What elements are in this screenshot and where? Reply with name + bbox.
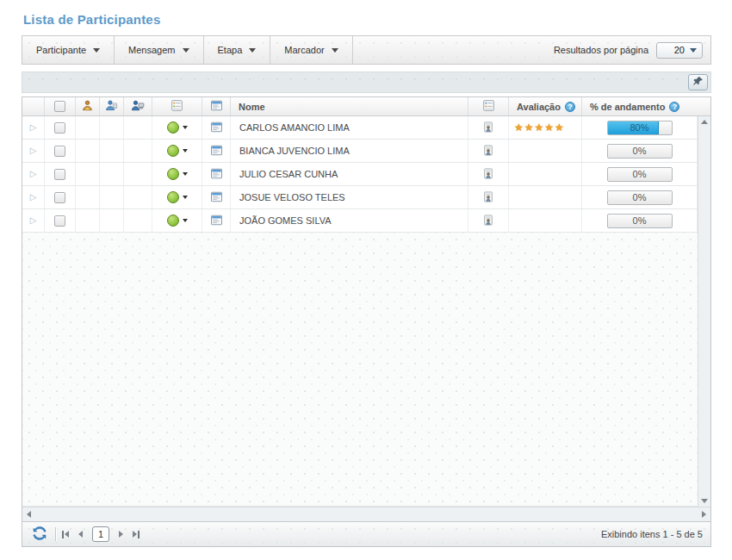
status-cell <box>152 186 202 208</box>
person-document-icon[interactable] <box>482 167 494 182</box>
pin-button[interactable] <box>688 74 708 90</box>
expand-arrow-icon: ▷ <box>30 193 37 202</box>
participant-type-cell <box>76 186 100 208</box>
table-row[interactable]: ▷ BIANCA JUVENCIO LIMA <box>22 140 698 163</box>
person-document-icon[interactable] <box>482 144 494 159</box>
row-expand-cell[interactable]: ▷ <box>22 116 45 139</box>
status-column-header[interactable] <box>152 97 202 115</box>
profile-column-header[interactable] <box>202 97 231 115</box>
previous-page-button[interactable] <box>78 526 83 543</box>
row-expand-cell[interactable]: ▷ <box>22 140 45 162</box>
expand-arrow-icon: ▷ <box>30 123 37 132</box>
person-document-icon[interactable] <box>482 214 494 228</box>
chevron-down-icon[interactable] <box>183 126 188 129</box>
person-document-icon[interactable] <box>482 190 494 205</box>
avaliacao-column-header[interactable]: Avaliação ? <box>509 97 582 115</box>
window-icon[interactable] <box>210 214 223 228</box>
chevron-down-icon[interactable] <box>183 196 188 199</box>
status-indicator[interactable] <box>167 121 179 134</box>
chevron-down-icon[interactable] <box>183 219 188 222</box>
record-column-header[interactable] <box>468 97 509 115</box>
table-row[interactable]: ▷ JOÃO GOMES SILVA 0% <box>22 209 698 233</box>
help-icon[interactable]: ? <box>565 102 575 112</box>
progress-label: 80% <box>608 122 672 133</box>
row-checkbox[interactable] <box>54 146 65 157</box>
tutor-cell <box>100 209 124 232</box>
horizontal-scrollbar[interactable] <box>22 507 710 521</box>
record-cell <box>468 209 509 232</box>
items-range-status: Exibindo itens 1 - 5 de 5 <box>601 529 703 539</box>
status-indicator[interactable] <box>167 215 179 227</box>
table-row[interactable]: ▷ JOSUE VELOSO TELES 0% <box>22 186 698 209</box>
row-checkbox[interactable] <box>54 192 65 203</box>
row-checkbox[interactable] <box>54 122 65 134</box>
progress-cell: 80% <box>582 116 698 139</box>
etapa-menu-button[interactable]: Etapa <box>204 36 271 64</box>
results-per-page-select[interactable]: 20 <box>656 42 703 59</box>
participante-menu-label: Participante <box>36 45 86 55</box>
record-cell <box>468 186 509 208</box>
row-expand-cell[interactable]: ▷ <box>22 163 45 185</box>
refresh-icon <box>33 526 47 542</box>
participante-menu-button[interactable]: Participante <box>22 36 115 64</box>
marcador-menu-button[interactable]: Marcador <box>270 36 352 64</box>
nome-column-header[interactable]: Nome <box>231 97 468 115</box>
help-icon[interactable]: ? <box>669 102 679 112</box>
status-indicator[interactable] <box>167 168 179 180</box>
mensagem-menu-button[interactable]: Mensagem <box>115 36 203 64</box>
progress-label: 0% <box>608 192 672 202</box>
row-expand-cell[interactable]: ▷ <box>22 209 45 232</box>
participant-type-column-header[interactable] <box>76 97 100 115</box>
window-icon[interactable] <box>210 121 223 135</box>
pagination-bar: 1 Exibindo itens 1 - 5 de 5 <box>22 521 710 546</box>
row-checkbox[interactable] <box>54 169 65 180</box>
select-all-checkbox[interactable] <box>54 101 65 112</box>
pin-icon <box>692 75 704 90</box>
chevron-down-icon[interactable] <box>183 172 188 176</box>
chevron-down-icon <box>249 48 256 53</box>
person-document-icon[interactable] <box>482 121 494 135</box>
first-page-button[interactable] <box>62 531 69 538</box>
person-computer-icon <box>131 99 145 114</box>
profile-cell <box>202 209 231 232</box>
vertical-scrollbar[interactable] <box>698 116 710 507</box>
avaliacao-header-label: Avaliação <box>517 102 561 112</box>
participant-person-icon <box>81 99 94 114</box>
status-indicator[interactable] <box>167 145 179 157</box>
progress-cell: 0% <box>582 209 698 232</box>
row-expand-cell[interactable]: ▷ <box>22 186 45 208</box>
participants-grid: Nome Avaliação ? % de andamento ? ▷ <box>22 96 711 547</box>
scroll-down-arrow-icon[interactable] <box>701 499 708 503</box>
row-checkbox[interactable] <box>54 215 65 227</box>
scroll-right-arrow-icon[interactable] <box>702 511 706 518</box>
scroll-left-arrow-icon[interactable] <box>27 511 31 518</box>
rating-stars[interactable]: ★★★★★ <box>514 121 565 134</box>
andamento-column-header[interactable]: % de andamento ? <box>582 97 698 115</box>
progress-cell: 0% <box>582 140 698 162</box>
progress-cell: 0% <box>582 186 698 208</box>
nome-header-label: Nome <box>239 102 265 112</box>
table-row[interactable]: ▷ JULIO CESAR CUNHA 0% <box>22 163 698 186</box>
etapa-menu-label: Etapa <box>218 45 243 55</box>
tutor-column-header[interactable] <box>100 97 124 115</box>
participant-name: BIANCA JUVENCIO LIMA <box>231 140 468 162</box>
expand-column-header <box>22 97 45 115</box>
participant-name: JOÃO GOMES SILVA <box>231 209 468 232</box>
table-row[interactable]: ▷ CARLOS AMANCIO LIMA ★★★★★ <box>22 116 698 140</box>
chevron-down-icon[interactable] <box>183 149 188 152</box>
profile-cell <box>202 116 231 139</box>
tutor-cell <box>100 116 124 139</box>
status-cell <box>152 140 202 162</box>
status-cell <box>152 116 202 139</box>
window-icon[interactable] <box>210 190 223 205</box>
refresh-button[interactable] <box>30 526 49 543</box>
next-page-button[interactable] <box>119 526 123 543</box>
window-icon[interactable] <box>210 167 223 182</box>
window-icon[interactable] <box>210 144 223 159</box>
status-indicator[interactable] <box>167 191 179 203</box>
scroll-up-arrow-icon[interactable] <box>701 120 708 124</box>
andamento-header-label: % de andamento <box>590 102 665 112</box>
current-page-indicator[interactable]: 1 <box>92 526 109 542</box>
last-page-button[interactable] <box>133 531 140 538</box>
online-status-column-header[interactable] <box>124 97 152 115</box>
